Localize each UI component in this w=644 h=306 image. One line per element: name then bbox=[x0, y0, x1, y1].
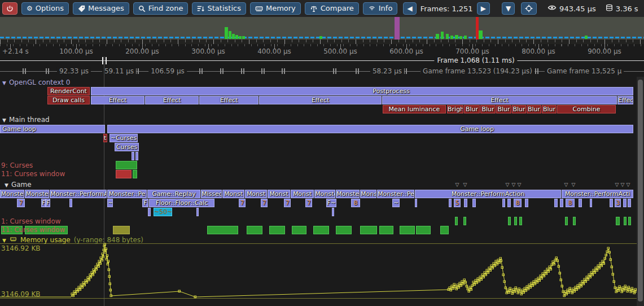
zone-bar[interactable]: Game loop bbox=[0, 125, 105, 133]
zone-bar[interactable] bbox=[525, 199, 528, 207]
zone-bar[interactable]: Blur bbox=[480, 105, 496, 113]
message-marker[interactable]: ▽ bbox=[572, 182, 576, 187]
zone-bar[interactable]: Monste bbox=[336, 190, 360, 198]
zone-bar[interactable]: Game::Replay bbox=[147, 190, 200, 198]
zone-bar[interactable]: Monste bbox=[0, 190, 24, 198]
zone-bar[interactable]: Missed bbox=[201, 190, 222, 198]
zone-bar[interactable]: Monste bbox=[25, 190, 49, 198]
zone-bar[interactable] bbox=[554, 199, 558, 207]
zone-bar[interactable]: 7 bbox=[17, 199, 25, 207]
zone-bar[interactable]: Effect bbox=[145, 96, 199, 104]
plot-bar[interactable] bbox=[628, 217, 631, 225]
zone-bar[interactable] bbox=[579, 199, 582, 207]
zone-bar[interactable] bbox=[148, 208, 151, 216]
plot-bar[interactable] bbox=[624, 217, 627, 225]
zone-bar[interactable]: Mean luminance bbox=[383, 105, 446, 113]
message-marker[interactable]: ▽ bbox=[627, 182, 630, 187]
zone-bar[interactable]: Effect bbox=[91, 96, 144, 104]
zone-bar[interactable]: Monst bbox=[291, 190, 314, 198]
plot-bar[interactable] bbox=[207, 226, 238, 234]
message-marker[interactable]: ▽ bbox=[564, 182, 568, 187]
zone-bar[interactable]: 7 bbox=[261, 199, 268, 207]
zone-bar[interactable] bbox=[464, 199, 467, 207]
zone-bar[interactable]: F bbox=[142, 199, 148, 207]
zone-bar[interactable] bbox=[415, 199, 417, 207]
plot-bar[interactable] bbox=[379, 226, 393, 234]
zone-bar[interactable]: Monster::PerformActi bbox=[562, 190, 633, 198]
plot-bar[interactable] bbox=[116, 161, 137, 169]
zone-bar[interactable]: Monster::PerformA bbox=[50, 190, 107, 198]
zone-bar[interactable]: ~ bbox=[107, 199, 113, 207]
plot-bar[interactable] bbox=[400, 226, 415, 234]
plot-bar[interactable] bbox=[116, 170, 132, 178]
zone-bar[interactable] bbox=[623, 199, 627, 207]
plot-bar[interactable] bbox=[247, 226, 262, 234]
message-marker[interactable]: ▽ bbox=[621, 182, 625, 187]
zone-bar[interactable] bbox=[628, 199, 631, 207]
zone-bar[interactable] bbox=[502, 199, 505, 207]
section-header-opengl[interactable]: ▼OpenGL context 0 bbox=[2, 78, 70, 86]
zone-bar[interactable]: Blur bbox=[527, 105, 541, 113]
zone-bar[interactable]: Effect bbox=[259, 96, 382, 104]
zone-bar[interactable] bbox=[91, 87, 633, 95]
section-header-memory[interactable]: ▼Memory usage(y-range: 848 bytes) bbox=[2, 236, 143, 244]
zone-bar[interactable]: Monster::PerformAction bbox=[415, 190, 561, 198]
zone-bar[interactable]: 8 bbox=[566, 199, 575, 207]
zone-bar[interactable]: Mons bbox=[360, 190, 376, 198]
zone-bar[interactable]: Monst bbox=[245, 190, 267, 198]
zone-bar[interactable] bbox=[449, 199, 452, 207]
zone-bar[interactable]: Monster::Pe bbox=[107, 190, 147, 198]
scrollbar-thumb[interactable] bbox=[638, 80, 643, 301]
zone-bar[interactable]: Blur bbox=[542, 105, 557, 113]
plot-bar[interactable] bbox=[360, 226, 377, 234]
zone-bar[interactable]: Effect bbox=[382, 96, 617, 104]
zone-bar[interactable] bbox=[560, 199, 563, 207]
plot-bar[interactable] bbox=[113, 226, 130, 234]
zone-bar[interactable]: Blur bbox=[496, 105, 511, 113]
section-header-game[interactable]: ▼Game bbox=[5, 181, 32, 189]
zone-bar[interactable]: 7 bbox=[284, 199, 291, 207]
zone-bar[interactable] bbox=[107, 125, 633, 133]
zone-bar[interactable]: Effec bbox=[617, 96, 633, 104]
memory-plot[interactable] bbox=[0, 236, 644, 306]
zone-bar[interactable]: Monster::Pe bbox=[377, 190, 414, 198]
zone-bar[interactable]: Curses bbox=[115, 143, 139, 151]
zone-bar[interactable] bbox=[590, 199, 592, 207]
zone-bar[interactable] bbox=[196, 208, 199, 216]
zone-bar[interactable]: 7 bbox=[305, 199, 312, 207]
plot-bar[interactable] bbox=[616, 217, 620, 225]
zone-bar[interactable]: Blur bbox=[464, 105, 480, 113]
vertical-scrollbar[interactable] bbox=[637, 77, 644, 306]
zone-bar[interactable]: Blur bbox=[512, 105, 526, 113]
plot-bar[interactable] bbox=[514, 217, 517, 225]
plot-bar[interactable] bbox=[519, 217, 522, 225]
zone-bar[interactable]: Effect bbox=[199, 96, 259, 104]
plot-bar[interactable] bbox=[440, 226, 449, 234]
plot-bar[interactable] bbox=[133, 170, 137, 178]
zone-bar[interactable] bbox=[507, 199, 511, 207]
zone-bar[interactable] bbox=[135, 152, 138, 160]
zone-bar[interactable]: RenderCont bbox=[47, 87, 90, 95]
zone-bar[interactable]: 8 bbox=[514, 199, 522, 207]
plot-bar[interactable] bbox=[565, 217, 568, 225]
plot-bar[interactable] bbox=[508, 217, 511, 225]
plot-bar[interactable] bbox=[455, 217, 458, 225]
zone-bar[interactable]: 8 bbox=[351, 199, 360, 207]
zone-bar[interactable] bbox=[332, 208, 334, 216]
message-marker[interactable]: ▽ bbox=[512, 182, 516, 187]
zone-bar[interactable]: 7 bbox=[239, 199, 246, 207]
zone-bar[interactable]: Monst bbox=[222, 190, 244, 198]
zone-bar[interactable] bbox=[472, 199, 476, 207]
section-header-main-thread[interactable]: ▼Main thread bbox=[2, 116, 50, 124]
zone-bar[interactable]: ~Curses bbox=[109, 134, 138, 142]
zone-bar[interactable] bbox=[610, 199, 613, 207]
zone-bar[interactable]: ti bbox=[103, 134, 107, 142]
plot-bar[interactable] bbox=[573, 217, 576, 225]
timeline-area[interactable]: ▼OpenGL context 0 ▼Main thread ▼Game ▼Me… bbox=[0, 0, 644, 306]
plot-bar[interactable] bbox=[336, 226, 352, 234]
message-marker[interactable]: ▽ bbox=[455, 182, 459, 187]
plot-bar[interactable] bbox=[313, 226, 329, 234]
message-marker[interactable]: ▽ bbox=[506, 182, 510, 187]
plot-bar[interactable] bbox=[416, 226, 431, 234]
zone-bar[interactable]: 5 bbox=[454, 199, 461, 207]
